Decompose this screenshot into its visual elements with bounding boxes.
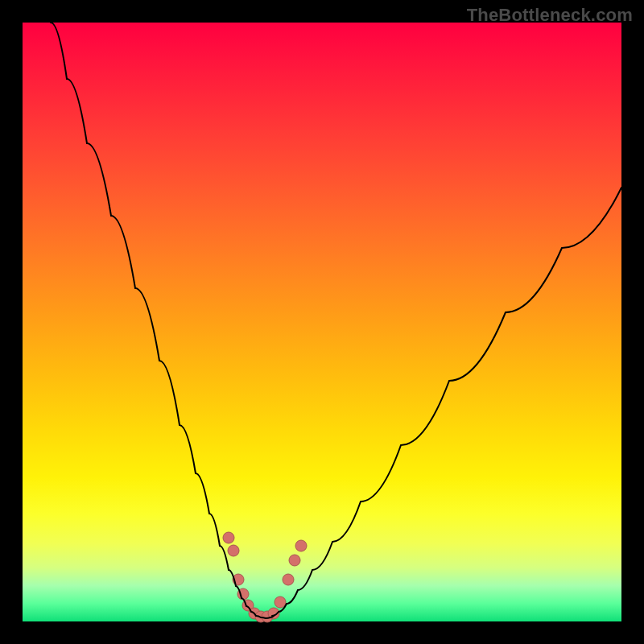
curve-group: [51, 23, 621, 618]
data-marker: [295, 540, 307, 551]
data-marker: [283, 574, 294, 585]
data-marker: [223, 532, 234, 543]
data-marker: [228, 545, 239, 556]
marker-group: [223, 532, 307, 622]
data-marker: [275, 597, 286, 608]
chart-svg: [23, 23, 621, 621]
curve-right-branch: [272, 188, 621, 616]
data-marker: [289, 555, 300, 566]
watermark-label: TheBottleneck.com: [467, 5, 633, 26]
curve-left-branch: [51, 23, 256, 616]
chart-frame: TheBottleneck.com: [0, 0, 644, 644]
